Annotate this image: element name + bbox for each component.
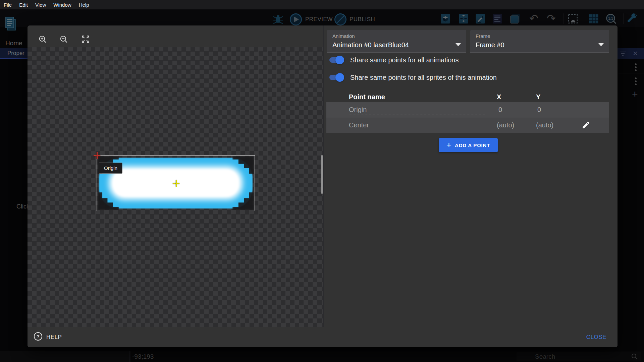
column-header-point-name: Point name (349, 93, 385, 101)
share-points-all-sprites-toggle[interactable] (329, 73, 344, 82)
plus-icon: + (446, 140, 451, 149)
origin-point-tooltip: Origin (99, 163, 122, 174)
app-window: PREVIEW PUBLISH ↶ ↷ (0, 0, 644, 362)
add-a-point-button[interactable]: + ADD A POINT (439, 138, 498, 152)
zoom-in-icon[interactable] (38, 35, 47, 44)
animation-select-value: Animation #0 laserBlue04 (332, 41, 409, 49)
column-header-x: X (497, 93, 501, 101)
fit-to-screen-icon[interactable] (81, 35, 90, 44)
point-x-field: (auto) (497, 121, 514, 129)
menu-window[interactable]: Window (53, 2, 71, 8)
frame-select-label: Frame (476, 33, 490, 39)
close-button[interactable]: CLOSE (586, 334, 606, 341)
menu-file[interactable]: File (4, 2, 12, 8)
point-x-field[interactable]: 0 (498, 106, 502, 114)
dialog-footer (28, 327, 618, 347)
share-points-all-sprites-label: Share same points for all sprites of thi… (350, 74, 497, 81)
help-button[interactable]: HELP (46, 334, 62, 341)
chevron-down-icon (598, 43, 604, 46)
point-name-field[interactable]: Center (349, 121, 369, 129)
edit-center-point-icon[interactable] (582, 121, 590, 129)
frame-select-value: Frame #0 (476, 41, 504, 49)
share-points-all-animations-label: Share same points for all animations (350, 56, 459, 64)
animation-select-label: Animation (332, 33, 355, 39)
center-point-marker[interactable] (172, 179, 180, 187)
chevron-down-icon (455, 43, 461, 46)
origin-point-marker[interactable] (93, 152, 101, 160)
help-icon[interactable]: ? (34, 332, 43, 341)
point-y-field[interactable]: 0 (537, 106, 541, 114)
menu-edit[interactable]: Edit (19, 2, 28, 8)
edit-points-dialog: Origin Animation Animation #0 laserBlue0… (28, 25, 618, 347)
animation-select[interactable]: Animation Animation #0 laserBlue04 (327, 30, 466, 53)
menu-bar: File Edit View Window Help (0, 0, 644, 9)
frame-select[interactable]: Frame Frame #0 (470, 30, 609, 53)
table-row-origin (326, 102, 609, 118)
point-name-field[interactable]: Origin (349, 106, 367, 114)
preview-scrollbar[interactable] (321, 155, 323, 194)
menu-help[interactable]: Help (79, 2, 89, 8)
zoom-out-icon[interactable] (59, 35, 68, 44)
share-points-all-animations-toggle[interactable] (329, 56, 344, 64)
point-y-field: (auto) (536, 121, 553, 129)
column-header-y: Y (536, 93, 540, 101)
svg-text:?: ? (37, 334, 40, 339)
menu-view[interactable]: View (35, 2, 46, 8)
